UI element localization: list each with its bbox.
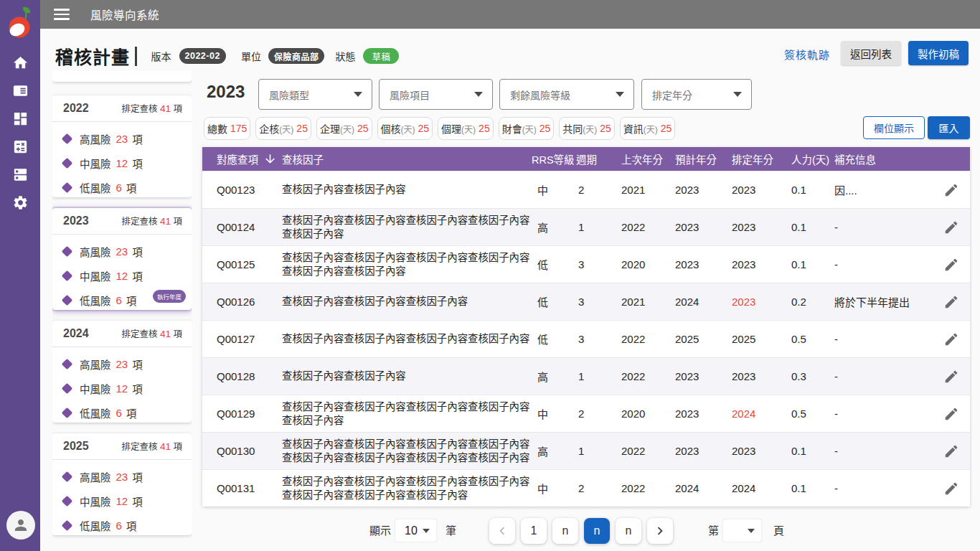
risk-type-placeholder: 風險類型 bbox=[269, 88, 309, 102]
edit-row-button[interactable] bbox=[941, 329, 962, 350]
stat-value: 175 bbox=[230, 123, 247, 134]
stat-label: 個理 bbox=[441, 121, 461, 136]
back-to-list-button[interactable]: 返回列表 bbox=[841, 41, 901, 65]
app-root: 風險導向系統 稽核計畫 版本 2022-02 單位 保險商品部 狀態 草稿 簽核… bbox=[0, 0, 980, 551]
year-card-scheduled: 排定查核 41 項 bbox=[121, 214, 182, 227]
risk-count: 12 bbox=[116, 157, 128, 169]
scheduled-year-select[interactable]: 排定年分 bbox=[641, 79, 752, 110]
nav-home-button[interactable] bbox=[0, 49, 40, 77]
import-button[interactable]: 匯入 bbox=[928, 116, 970, 139]
cell-factor: 查核因子內容查核因子內容查核因子內容查核因子內容 bbox=[282, 332, 532, 346]
menu-icon[interactable] bbox=[54, 9, 70, 20]
year-card[interactable]: 2024 排定查核 41 項 高風險 23 項 中風險 12 項 低風險 6 項 bbox=[52, 321, 192, 423]
risk-count: 23 bbox=[116, 245, 128, 258]
chevron-right-icon bbox=[652, 523, 668, 539]
year-card-risk-item: 中風險 12 項 bbox=[63, 263, 181, 288]
make-draft-button[interactable]: 製作初稿 bbox=[908, 41, 969, 65]
header-actions: 簽核軌跡 返回列表 製作初稿 bbox=[784, 47, 969, 65]
page-button-2[interactable]: n bbox=[552, 518, 578, 544]
cell-factor: 查核因子內容查核因子內容 bbox=[282, 369, 532, 383]
residual-risk-level-select[interactable]: 剩餘風險等級 bbox=[499, 79, 634, 110]
risk-item-select[interactable]: 風險項目 bbox=[379, 79, 493, 110]
edit-row-button[interactable] bbox=[941, 179, 962, 201]
risk-count: 12 bbox=[116, 382, 128, 395]
stat-suffix: (天) bbox=[644, 123, 658, 135]
unit-label: 單位 bbox=[241, 49, 261, 63]
edit-row-button[interactable] bbox=[941, 291, 962, 313]
year-card-header: 2022 排定查核 41 項 bbox=[52, 95, 192, 116]
header-cell-id[interactable]: 對應查項 bbox=[202, 151, 282, 166]
diamond-bullet-icon bbox=[62, 245, 73, 257]
column-display-button[interactable]: 欄位顯示 bbox=[863, 116, 925, 139]
risk-unit: 項 bbox=[126, 405, 137, 420]
edit-row-button[interactable] bbox=[941, 366, 962, 387]
risk-type-select[interactable]: 風險類型 bbox=[258, 79, 372, 110]
year-card-risk-item: 中風險 12 項 bbox=[63, 151, 181, 175]
user-avatar[interactable] bbox=[6, 511, 35, 540]
nav-settings-button[interactable] bbox=[0, 189, 40, 217]
cell-scheduled-year: 2023 bbox=[732, 445, 791, 457]
cell-cycle: 3 bbox=[576, 333, 621, 345]
year-card-risk-item: 高風險 23 項 bbox=[63, 126, 181, 151]
page-button-3-current[interactable]: n bbox=[584, 518, 610, 544]
header-cell-rrs[interactable]: RRS等級 bbox=[532, 151, 576, 166]
stat-suffix: (天) bbox=[522, 123, 537, 135]
year-card-items: 高風險 23 項 中風險 12 項 低風險 6 項 bbox=[52, 460, 192, 537]
edit-row-button[interactable] bbox=[941, 403, 962, 425]
header-cell-scheduled-year[interactable]: 排定年分 bbox=[732, 151, 791, 166]
scheduled-unit: 項 bbox=[173, 329, 182, 339]
cell-scheduled-year: 2023 bbox=[732, 296, 791, 308]
edit-row-button[interactable] bbox=[941, 217, 962, 238]
cell-actions bbox=[933, 441, 970, 462]
header-cell-manpower[interactable]: 人力(天) bbox=[791, 151, 834, 166]
header-cell-cycle[interactable]: 週期 bbox=[576, 151, 621, 166]
app-logo[interactable] bbox=[4, 4, 36, 43]
edit-row-button[interactable] bbox=[941, 254, 962, 276]
header-cell-expected-year[interactable]: 預計年分 bbox=[675, 151, 732, 166]
stat-label: 資訊 bbox=[623, 121, 644, 136]
nav-dashboard-button[interactable] bbox=[0, 105, 40, 133]
diamond-bullet-icon bbox=[62, 157, 73, 169]
year-card[interactable]: 2022 排定查核 41 項 高風險 23 項 中風險 12 項 低風險 6 項 bbox=[52, 95, 192, 197]
main-content: 2023 風險類型 風險項目 剩餘風險等級 排定年分 總數 175 企核(天) … bbox=[202, 75, 970, 110]
sort-arrow-down-icon[interactable] bbox=[263, 152, 277, 166]
pencil-icon bbox=[943, 369, 959, 385]
header-cell-factor[interactable]: 查核因子 bbox=[282, 151, 532, 166]
cell-last-year: 2022 bbox=[621, 333, 675, 345]
scheduled-label: 排定查核 bbox=[121, 104, 157, 114]
prev-page-button[interactable] bbox=[489, 518, 515, 544]
approval-trail-link[interactable]: 簽核軌跡 bbox=[784, 47, 830, 62]
stat-value: 25 bbox=[479, 123, 490, 134]
edit-row-button[interactable] bbox=[941, 441, 962, 462]
pagination-bar: 顯示 10 筆 1 n n n 第 頁 bbox=[202, 517, 970, 545]
table-row: Q00127 查核因子內容查核因子內容查核因子內容查核因子內容 低 3 2022… bbox=[202, 320, 970, 357]
sidebar-nav bbox=[0, 49, 40, 217]
year-card-year: 2025 bbox=[63, 440, 89, 453]
diamond-bullet-icon bbox=[62, 358, 73, 369]
cell-last-year: 2021 bbox=[621, 184, 675, 196]
header-cell-note[interactable]: 補充信息 bbox=[834, 151, 933, 166]
page-size-select[interactable]: 10 bbox=[395, 519, 437, 542]
page-button-4[interactable]: n bbox=[616, 518, 641, 544]
cell-manpower: 0.5 bbox=[791, 333, 834, 345]
page-button-1[interactable]: 1 bbox=[521, 518, 547, 544]
year-card-risk-item: 中風險 12 項 bbox=[63, 376, 181, 400]
diamond-bullet-icon bbox=[62, 495, 73, 507]
next-page-button[interactable] bbox=[647, 518, 673, 544]
year-card[interactable]: 2023 排定查核 41 項 高風險 23 項 中風險 12 項 低風險 6 項 bbox=[52, 208, 192, 310]
year-card-risk-item: 低風險 6 項 bbox=[63, 175, 181, 199]
nav-calculate-button[interactable] bbox=[0, 133, 40, 161]
reader-icon bbox=[12, 83, 29, 99]
cell-expected-year: 2025 bbox=[675, 333, 732, 345]
nav-dns-button[interactable] bbox=[0, 161, 40, 189]
nav-reader-button[interactable] bbox=[0, 77, 40, 105]
risk-unit: 項 bbox=[132, 357, 143, 372]
year-card[interactable]: 2025 排定查核 41 項 高風險 23 項 中風險 12 項 低風險 6 項 bbox=[52, 433, 192, 535]
status-label: 狀態 bbox=[335, 49, 355, 63]
year-card-header: 2025 排定查核 41 項 bbox=[52, 433, 192, 454]
edit-row-button[interactable] bbox=[941, 478, 962, 499]
header-cell-last-year[interactable]: 上次年分 bbox=[621, 151, 675, 166]
goto-page-select[interactable] bbox=[722, 519, 762, 542]
cell-actions bbox=[933, 478, 970, 499]
year-card-header: 2023 排定查核 41 項 bbox=[52, 208, 192, 229]
